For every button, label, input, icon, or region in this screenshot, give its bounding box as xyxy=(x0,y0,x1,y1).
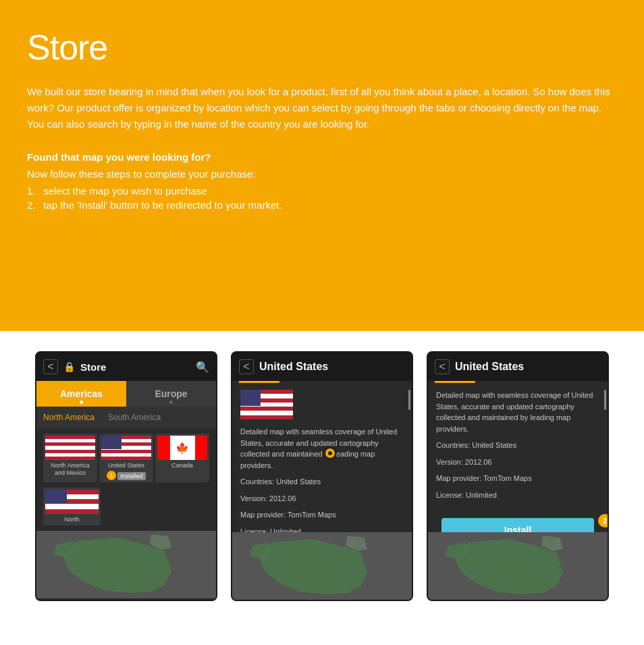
screen-1: < 🔒 Store 🔍 Americas Europe North Americ… xyxy=(35,351,217,601)
screen2-header: < United States xyxy=(232,353,412,381)
lock-icon: 🔒 xyxy=(63,361,75,372)
empty-space xyxy=(103,488,209,525)
page-title: Store xyxy=(27,27,617,68)
back-button-2[interactable]: < xyxy=(239,359,254,374)
pin-circle xyxy=(323,446,337,460)
scrollbar-3[interactable] xyxy=(604,390,606,410)
map-svg-3 xyxy=(428,532,608,600)
found-heading: Found that map you were looking for? xyxy=(27,151,617,163)
item-label-na-mex: North America and Mexico xyxy=(45,462,95,477)
flag-usa-mex xyxy=(45,436,95,460)
map-item-north[interactable]: North xyxy=(43,488,101,525)
item-label-north: North xyxy=(45,516,99,523)
steps-intro: Now follow these steps to complete your … xyxy=(27,168,617,180)
map-item-north-america-mexico[interactable]: North America and Mexico xyxy=(43,434,97,482)
search-icon[interactable]: 🔍 xyxy=(196,361,209,373)
tab-bar-1: Americas Europe xyxy=(36,381,216,407)
map-item-united-states[interactable]: United States 1 Installed xyxy=(99,434,153,482)
detail-content-3: Detailed map with seamless coverage of U… xyxy=(428,383,608,513)
installed-count: 1 xyxy=(107,471,116,480)
detail-description-2: Detailed map with seamless coverage of U… xyxy=(240,426,404,471)
location-pin xyxy=(323,446,337,460)
map-item-canada[interactable]: 🍁 Canada xyxy=(155,434,209,482)
flag-large-2 xyxy=(240,390,293,419)
tab-americas[interactable]: Americas xyxy=(36,381,126,407)
detail-description-3: Detailed map with seamless coverage of U… xyxy=(436,390,599,434)
screen-2: < United States xyxy=(231,351,413,601)
step-1: 1. select the map you wish to purchase xyxy=(27,185,617,197)
detail-provider-2: Map provider: TomTom Maps xyxy=(240,509,404,521)
steps-list: 1. select the map you wish to purchase 2… xyxy=(27,185,617,211)
step-badge-2: 2 xyxy=(598,514,609,527)
detail-countries-2: Countries: United States xyxy=(240,476,404,488)
map-items-row-1: North America and Mexico xyxy=(39,431,213,485)
screen3-header: < United States xyxy=(428,353,608,381)
back-button-3[interactable]: < xyxy=(435,359,450,374)
detail-provider-3: Map provider: TomTom Maps xyxy=(436,473,599,484)
sub-tab-bar: North America South America xyxy=(36,407,216,428)
map-svg-2 xyxy=(232,532,412,600)
description-container: Detailed map with seamless coverage of U… xyxy=(240,426,404,471)
item-label-canada: Canada xyxy=(157,462,207,469)
map-thumbnail-2 xyxy=(232,532,412,600)
screen3-title: United States xyxy=(455,361,524,373)
detail-version-2: Version: 2012.06 xyxy=(240,493,404,505)
sub-tab-south-america[interactable]: South America xyxy=(108,413,161,422)
intro-text: We built our store bearing in mind that … xyxy=(27,84,614,132)
map-svg-1 xyxy=(36,531,216,598)
top-section: Store We built our store bearing in mind… xyxy=(0,0,644,331)
store-title: Store xyxy=(80,361,190,373)
detail-license-3: License: Unlimited xyxy=(436,490,599,501)
step-2: 2. tap the 'Install' button to be redire… xyxy=(27,199,617,211)
screen-3: < United States Detailed map with seamle… xyxy=(427,351,609,601)
screen1-header: < 🔒 Store 🔍 xyxy=(36,353,216,381)
back-button-1[interactable]: < xyxy=(43,359,58,374)
item-label-us: United States xyxy=(101,462,151,469)
installed-badge: Installed xyxy=(117,472,146,480)
map-items-container: North America and Mexico xyxy=(36,428,216,528)
pin-dot xyxy=(328,451,332,455)
sub-tab-north-america[interactable]: North America xyxy=(43,413,95,422)
tab-europe[interactable]: Europe xyxy=(126,381,216,407)
flag-canada: 🍁 xyxy=(157,436,207,460)
detail-content-2: Detailed map with seamless coverage of U… xyxy=(232,383,412,553)
flag-north xyxy=(45,490,99,514)
map-thumbnail-3 xyxy=(428,532,608,600)
detail-version-3: Version: 2012.06 xyxy=(436,457,599,468)
map-items-row-2: North xyxy=(39,485,213,528)
flag-usa xyxy=(101,436,151,460)
bottom-section: < 🔒 Store 🔍 Americas Europe North Americ… xyxy=(0,331,644,621)
detail-countries-3: Countries: United States xyxy=(436,440,599,451)
map-thumbnail-1 xyxy=(36,531,216,598)
scrollbar-2[interactable] xyxy=(408,390,410,410)
screen2-title: United States xyxy=(259,361,328,373)
